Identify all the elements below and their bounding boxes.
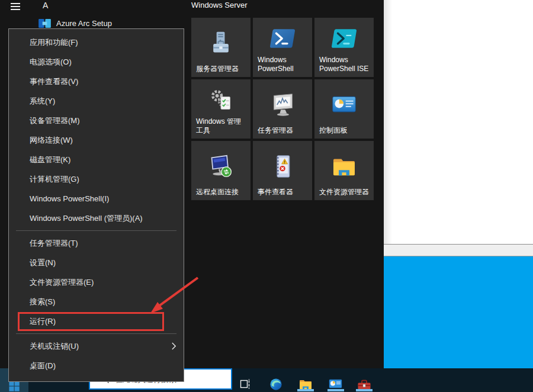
azure-arc-icon <box>38 18 52 28</box>
tile-label: Windows PowerShell <box>253 56 312 77</box>
menu-item-desktop[interactable]: 桌面(D) <box>9 356 184 375</box>
tile-label: 远程桌面连接 <box>191 188 251 200</box>
file-explorer-icon <box>298 378 313 390</box>
edge-taskbar-button[interactable] <box>269 368 282 392</box>
app-list-section-letter[interactable]: A <box>43 0 48 11</box>
menu-separator <box>16 230 176 231</box>
remote-desktop-icon <box>208 154 234 179</box>
tile-label: 文件资源管理器 <box>314 188 374 200</box>
menu-item-power-options[interactable]: 电源选项(O) <box>9 52 184 72</box>
tiles-grid: 服务器管理器 Windows PowerShell <box>191 18 374 200</box>
chevron-right-icon <box>171 342 176 351</box>
menu-item-task-manager[interactable]: 任务管理器(T) <box>9 233 184 253</box>
file-explorer-icon <box>331 156 357 177</box>
task-view-icon <box>239 378 251 390</box>
open-app-indicator <box>356 389 373 391</box>
menu-item-disk-management[interactable]: 磁盘管理(K) <box>9 150 184 169</box>
file-explorer-taskbar-button[interactable] <box>298 368 313 392</box>
menu-item-device-manager[interactable]: 设备管理器(M) <box>9 111 184 130</box>
menu-item-settings[interactable]: 设置(N) <box>9 253 184 272</box>
app-list-item-label: Azure Arc Setup <box>56 19 112 28</box>
menu-item-search[interactable]: 搜索(S) <box>9 292 184 311</box>
server-manager-icon <box>208 30 234 56</box>
menu-item-file-explorer[interactable]: 文件资源管理器(E) <box>9 272 184 292</box>
tile-windows-powershell-ise[interactable]: Windows PowerShell ISE <box>314 18 374 77</box>
task-view-button[interactable] <box>239 368 251 392</box>
powershell-ise-icon <box>332 28 357 49</box>
open-app-indicator <box>297 389 314 391</box>
tile-group-title: Windows Server <box>191 1 248 9</box>
control-panel-icon <box>329 379 342 389</box>
desktop-wallpaper <box>384 256 533 368</box>
menu-item-shutdown-signout[interactable]: 关机或注销(U) <box>9 336 184 356</box>
tile-task-manager[interactable]: 任务管理器 <box>253 79 312 139</box>
tile-label: Windows PowerShell ISE <box>314 56 374 77</box>
tile-label: 服务器管理器 <box>191 65 251 77</box>
admin-toolbox-taskbar-button[interactable] <box>357 368 371 392</box>
windows-logo-icon <box>9 381 20 391</box>
event-viewer-icon <box>271 154 294 179</box>
tile-label: 控制面板 <box>314 126 374 139</box>
menu-item-powershell-admin[interactable]: Windows PowerShell (管理员)(A) <box>9 208 184 228</box>
task-manager-icon <box>269 92 296 117</box>
microsoft-edge-icon <box>269 378 282 391</box>
menu-item-system[interactable]: 系统(Y) <box>9 91 184 111</box>
menu-item-powershell[interactable]: Windows PowerShell(I) <box>9 189 184 208</box>
control-panel-icon <box>332 95 357 114</box>
tile-control-panel[interactable]: 控制面板 <box>314 79 374 139</box>
toolbox-icon <box>357 378 371 390</box>
tile-event-viewer[interactable]: 事件查看器 <box>253 141 312 200</box>
control-panel-taskbar-button[interactable] <box>329 368 342 392</box>
tile-file-explorer[interactable]: 文件资源管理器 <box>314 141 374 200</box>
annotation-highlight-box <box>18 312 164 331</box>
tile-remote-desktop[interactable]: 远程桌面连接 <box>191 141 251 200</box>
menu-item-apps-features[interactable]: 应用和功能(F) <box>9 33 184 52</box>
powershell-icon <box>270 28 295 49</box>
menu-separator <box>16 333 176 334</box>
tile-windows-admin-tools[interactable]: Windows 管理工具 <box>191 79 251 139</box>
window-status-strip <box>384 244 533 256</box>
admin-tools-icon <box>208 88 234 112</box>
app-list-item-azure-arc[interactable]: Azure Arc Setup <box>38 18 112 28</box>
hamburger-menu-icon[interactable] <box>11 3 20 10</box>
tile-windows-powershell[interactable]: Windows PowerShell <box>253 18 312 77</box>
tile-label: 任务管理器 <box>253 126 312 139</box>
screen: A Azure Arc Setup Windows Server <box>0 0 533 392</box>
tile-label: Windows 管理工具 <box>191 117 251 139</box>
background-window <box>384 0 533 244</box>
menu-item-network-connections[interactable]: 网络连接(W) <box>9 130 184 150</box>
menu-item-event-viewer[interactable]: 事件查看器(V) <box>9 72 184 91</box>
open-app-indicator <box>327 389 344 391</box>
tile-server-manager[interactable]: 服务器管理器 <box>191 18 251 77</box>
menu-item-computer-management[interactable]: 计算机管理(G) <box>9 169 184 189</box>
tile-label: 事件查看器 <box>253 188 312 200</box>
